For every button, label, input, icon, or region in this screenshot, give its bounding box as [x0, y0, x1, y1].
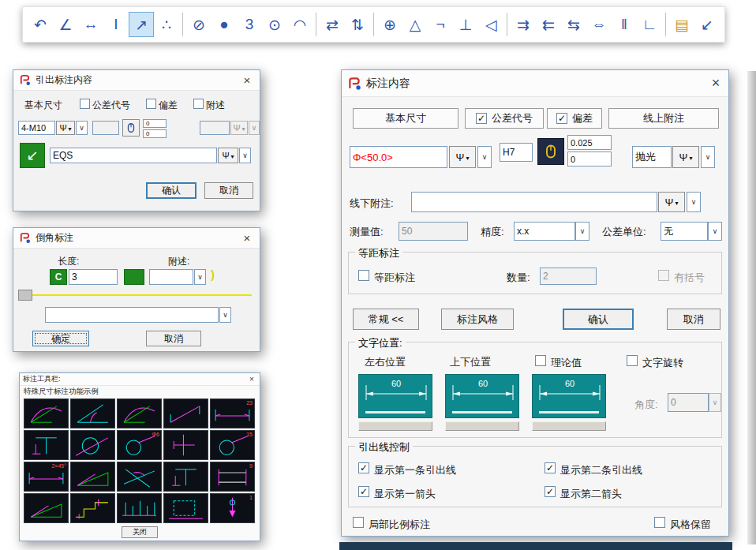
dim-span-vertical-button[interactable]: ⇅ — [345, 12, 370, 37]
preview-tile-circle[interactable]: 15 — [210, 430, 255, 460]
dim-aligned-button[interactable]: ↗ — [129, 12, 154, 37]
theoretical-slider[interactable] — [532, 421, 606, 431]
dim-vertical-button[interactable]: I — [103, 12, 129, 37]
combo-dropdown-icon[interactable]: ∨ — [708, 222, 722, 241]
special-symbol-button[interactable]: Ψ▾ — [672, 146, 699, 168]
tolerance-code-checkbox[interactable]: ✓ — [476, 113, 487, 124]
confirm-button[interactable]: 确认 — [146, 182, 196, 199]
lr-position-preview[interactable]: 60 — [358, 374, 432, 418]
theoretical-checkbox[interactable] — [535, 355, 546, 366]
show-second-arrow-checkbox[interactable]: ✓ — [545, 486, 556, 497]
dim-edit-button[interactable]: ▤ — [669, 12, 694, 37]
note-checkbox[interactable] — [193, 99, 204, 109]
combo-dropdown-icon[interactable]: ∨ — [701, 146, 715, 168]
dim-continue-button[interactable]: ⇆ — [561, 12, 586, 37]
preview-tile-arc-angle[interactable] — [117, 398, 162, 428]
close-icon[interactable]: × — [240, 73, 254, 87]
dim-cone-button[interactable]: ◁ — [478, 12, 503, 37]
special-symbol-button[interactable]: Ψ▾ — [449, 146, 476, 168]
leader-text-input[interactable]: EQS — [50, 148, 217, 163]
theoretical-preview[interactable]: 60 — [532, 374, 606, 418]
preview-tile-linear[interactable]: 2×45° — [24, 462, 69, 492]
dim-taper-button[interactable]: ∟ — [637, 12, 662, 37]
preview-tile-slope[interactable] — [70, 462, 115, 492]
dim-circle-button[interactable]: ● — [211, 12, 237, 37]
dim-baseline-button[interactable]: ⇇ — [536, 12, 561, 37]
preview-tile-arrow-down[interactable]: 1 — [210, 493, 255, 523]
close-button[interactable]: 关闭 — [122, 526, 158, 538]
dialog-title-bar[interactable]: 倒角标注 × — [13, 228, 260, 249]
cancel-button[interactable]: 取消 — [204, 182, 253, 199]
combo-dropdown-icon[interactable]: ∨ — [76, 121, 88, 135]
dim-chain-button[interactable]: ⇉ — [511, 12, 536, 37]
dim-spacing-button[interactable]: ⇔ — [586, 12, 612, 37]
dim-diameter-button[interactable]: ⊘ — [186, 12, 211, 37]
preview-tile-circle[interactable]: Φ6 — [117, 430, 162, 460]
equidistant-checkbox[interactable] — [358, 270, 369, 281]
deviation-checkbox[interactable]: ✓ — [556, 113, 567, 124]
lower-deviation-input[interactable]: 0 — [143, 129, 167, 138]
general-toggle-button[interactable]: 常规 << — [353, 309, 419, 330]
dim-center-button[interactable]: ⊕ — [377, 12, 402, 37]
suffix-input[interactable]: 抛光 — [632, 146, 672, 168]
dimension-value-input[interactable]: Φ<50.0> — [350, 146, 447, 168]
ok-button[interactable]: 确定 — [32, 331, 89, 346]
tolerance-code-input[interactable]: H7 — [500, 143, 533, 162]
combo-dropdown-icon[interactable]: ∨ — [219, 307, 231, 323]
angle-style-button[interactable] — [124, 269, 144, 285]
length-input[interactable]: 3 — [69, 269, 118, 285]
combo-dropdown-icon[interactable]: ∨ — [239, 148, 251, 163]
dim-horizontal-button[interactable]: ↔ — [78, 12, 103, 37]
preview-tile-angle[interactable] — [70, 398, 115, 428]
basic-size-button[interactable]: 基本尺寸 — [353, 108, 458, 129]
pick-tolerance-button[interactable] — [537, 138, 564, 165]
dim-coordinate-button[interactable]: ∴ — [154, 12, 179, 37]
dim-leader-button[interactable]: ¬ — [428, 12, 453, 37]
show-second-line-checkbox[interactable]: ✓ — [545, 462, 556, 473]
preview-tile-stair[interactable] — [70, 493, 115, 523]
dim-arc-button[interactable]: 3 — [237, 12, 262, 37]
tolerance-code-toggle[interactable]: ✓ 公差代号 — [465, 108, 544, 129]
style-button[interactable]: 标注风格 — [441, 309, 514, 330]
dim-shaft-button[interactable]: ‖ — [612, 12, 637, 37]
dim-slope-button[interactable]: △ — [402, 12, 428, 37]
dim-angular-button[interactable]: ∠ — [53, 12, 78, 37]
combo-dropdown-icon[interactable]: ∨ — [575, 222, 589, 241]
confirm-button[interactable]: 确认 — [563, 309, 634, 330]
style-keep-checkbox[interactable] — [654, 517, 665, 528]
show-first-arrow-checkbox[interactable]: ✓ — [358, 486, 369, 497]
text-rotation-checkbox[interactable] — [627, 355, 638, 366]
leader-direction-button[interactable]: ↙ — [20, 143, 45, 168]
dim-curve-button[interactable]: ◠ — [287, 12, 313, 37]
online-note-button[interactable]: 线上附注 — [608, 108, 719, 129]
dialog-title-bar[interactable]: 标注内容 × — [342, 70, 728, 97]
special-symbol-button[interactable]: Ψ▾ — [218, 148, 238, 163]
preview-tile-bracket[interactable]: 9 — [210, 462, 255, 492]
suffix-input-disabled[interactable] — [200, 121, 230, 135]
preview-tile-arc-angle[interactable] — [24, 398, 69, 428]
tolerance-code-checkbox[interactable] — [80, 99, 90, 109]
special-symbol-button[interactable]: Ψ▾ — [56, 121, 75, 135]
upper-deviation-input[interactable]: 0.025 — [567, 135, 612, 150]
tolerance-unit-combo[interactable]: 无 — [661, 222, 708, 241]
preview-tile-slope[interactable] — [24, 493, 69, 523]
preview-tile-tee[interactable] — [163, 462, 208, 492]
show-first-line-checkbox[interactable]: ✓ — [358, 462, 369, 473]
combo-dropdown-icon[interactable]: ∨ — [477, 146, 492, 168]
combo-dropdown-icon[interactable]: ∨ — [194, 269, 206, 285]
cancel-button[interactable]: 取消 — [146, 331, 201, 346]
preview-tile-dashed-box[interactable] — [163, 493, 208, 523]
chamfer-text-combo[interactable] — [45, 307, 219, 323]
close-icon[interactable]: × — [709, 75, 723, 92]
cancel-button[interactable]: 取消 — [667, 309, 720, 330]
deviation-toggle[interactable]: ✓ 偏差 — [547, 108, 602, 129]
dim-datum-button[interactable]: ⊥ — [453, 12, 478, 37]
preview-tile-vertical[interactable] — [163, 430, 208, 460]
dialog-title-bar[interactable]: 标注工具栏: × — [20, 373, 260, 386]
precision-combo[interactable]: x.x — [514, 222, 575, 241]
deviation-checkbox[interactable] — [146, 99, 156, 109]
pick-tolerance-button[interactable] — [122, 119, 140, 137]
lower-deviation-input[interactable]: 0 — [567, 152, 612, 166]
preview-tile-circle-line[interactable] — [70, 430, 115, 460]
size-value-input[interactable]: 4-M10 — [18, 121, 55, 135]
